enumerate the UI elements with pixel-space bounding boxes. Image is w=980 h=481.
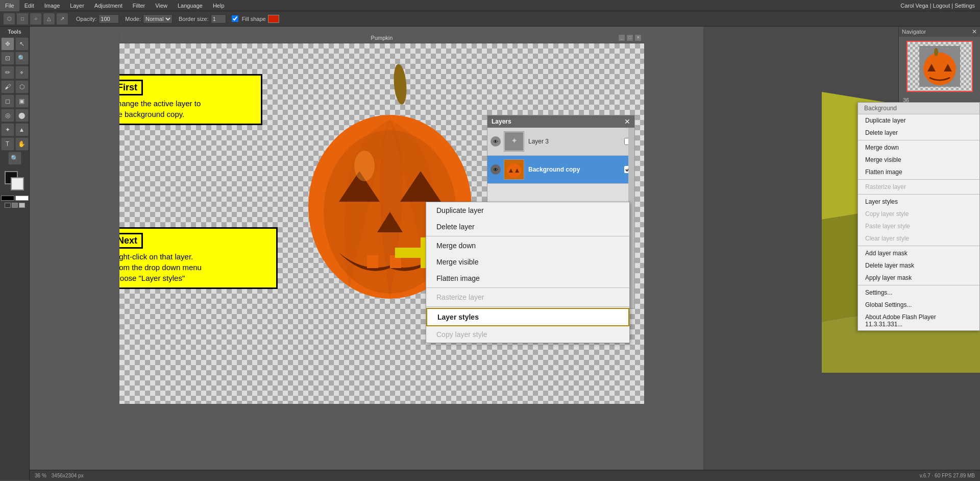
ctx-duplicate-layer[interactable]: Duplicate layer: [426, 202, 629, 219]
logout-link[interactable]: Logout: [933, 3, 950, 9]
menu-language[interactable]: Language: [173, 0, 208, 11]
layer-row-layer3[interactable]: 👁 ✦ Layer 3: [487, 128, 634, 156]
light-swatch[interactable]: [19, 203, 25, 208]
opacity-label: Opacity:: [76, 16, 96, 22]
fill-shape-checkbox[interactable]: [232, 15, 238, 22]
white-swatch[interactable]: [15, 196, 29, 201]
close-button[interactable]: ✕: [634, 34, 642, 41]
border-label: Border size:: [179, 16, 209, 22]
ctx-merge-visible[interactable]: Merge visible: [426, 254, 629, 270]
top-menubar: File Edit Image Layer Adjustment Filter …: [0, 0, 980, 11]
tool-text[interactable]: T: [1, 137, 14, 151]
ctx-right-apply-mask[interactable]: Apply layer mask: [858, 272, 979, 284]
tool-eyedrop[interactable]: ⌖: [15, 66, 29, 79]
ctx-right-add-mask[interactable]: Add layer mask: [858, 247, 979, 259]
background-color[interactable]: [11, 177, 24, 190]
ctx-layer-styles[interactable]: Layer styles: [426, 308, 629, 326]
tool-shape[interactable]: ▲: [15, 123, 29, 136]
menu-view[interactable]: View: [150, 0, 173, 11]
tool-path[interactable]: ✦: [1, 123, 14, 136]
svg-point-8: [354, 151, 375, 181]
toolbar-shape-icon[interactable]: △: [43, 13, 55, 25]
dark-swatch[interactable]: [5, 203, 11, 208]
toolbar-round-icon[interactable]: ○: [30, 13, 41, 25]
ctx-right-rasterize: Rasterize layer: [858, 181, 979, 193]
ctx-merge-down[interactable]: Merge down: [426, 237, 629, 254]
menu-adjustment[interactable]: Adjustment: [89, 0, 128, 11]
tool-fill[interactable]: ▣: [15, 94, 29, 108]
ctx-right-layer-styles[interactable]: Layer styles: [858, 196, 979, 208]
menu-filter[interactable]: Filter: [128, 0, 150, 11]
zoom-status: 36 %: [35, 473, 46, 478]
menu-image[interactable]: Image: [39, 0, 65, 11]
ctx-right-delete-layer[interactable]: Delete layer: [858, 127, 979, 139]
opacity-input[interactable]: [99, 14, 119, 23]
tool-blur[interactable]: ◎: [1, 109, 14, 122]
fps-info: v.6.7 · 60 FPS 27.89 MB: [920, 473, 975, 478]
ctx-right-global-settings[interactable]: Global Settings...: [858, 299, 979, 311]
tool-select[interactable]: ↖: [15, 37, 29, 51]
ctx-divider-2: [426, 287, 629, 288]
ctx-right-paste-style: Paste layer style: [858, 220, 979, 232]
toolbar-square-icon[interactable]: □: [17, 13, 28, 25]
tool-hand[interactable]: ✋: [15, 137, 29, 151]
tool-crop[interactable]: 🔍: [15, 52, 29, 65]
layer-row-bg-copy[interactable]: 👁 Background copy: [487, 156, 634, 184]
menu-layer[interactable]: Layer: [65, 0, 89, 11]
pumpkin-canvas: First Change the active layer tothe back…: [119, 43, 644, 404]
toolbar-arrow-icon[interactable]: ↗: [57, 13, 68, 25]
tool-pencil[interactable]: ✏: [1, 66, 14, 79]
mid-swatch[interactable]: [12, 203, 18, 208]
status-bar: 36 % 3456x2304 px v.6.7 · 60 FPS 27.89 M…: [30, 470, 980, 481]
border-input[interactable]: [211, 14, 226, 23]
minimize-button[interactable]: _: [618, 34, 625, 41]
tool-move[interactable]: ✥: [1, 37, 14, 51]
tool-stamp[interactable]: ⬡: [15, 80, 29, 93]
ctx-right-settings[interactable]: Settings...: [858, 286, 979, 299]
ctx-right-flatten-image[interactable]: Flatten image: [858, 166, 979, 178]
fill-color-swatch[interactable]: [268, 15, 279, 23]
menu-edit[interactable]: Edit: [19, 0, 39, 11]
menu-help[interactable]: Help: [208, 0, 230, 11]
navigator-close[interactable]: ✕: [972, 28, 977, 35]
tool-burn[interactable]: ⬤: [15, 109, 29, 122]
context-menu-main: Duplicate layer Delete layer Merge down …: [426, 202, 630, 343]
annotation-next: Next Right-click on that layer.From the …: [119, 227, 278, 289]
ctx-flatten-image[interactable]: Flatten image: [426, 270, 629, 286]
settings-link[interactable]: Settings: [954, 3, 975, 9]
ctx-right-div2: [858, 179, 979, 180]
ctx-rasterize-layer: Rasterize layer: [426, 289, 629, 305]
username: Carol Vega: [900, 3, 928, 9]
navigator-thumbnail[interactable]: [906, 41, 973, 92]
ctx-divider-1: [426, 236, 629, 236]
ctx-right-merge-down[interactable]: Merge down: [858, 141, 979, 154]
tool-lasso[interactable]: ⊡: [1, 52, 14, 65]
layers-panel-close[interactable]: ✕: [624, 117, 630, 126]
toolbar-tool-icon[interactable]: ⬡: [4, 13, 15, 25]
ctx-right-div3: [858, 194, 979, 195]
mode-select[interactable]: Normal: [143, 14, 173, 23]
layer3-eye[interactable]: 👁: [491, 136, 501, 147]
black-swatch[interactable]: [1, 196, 14, 201]
bgcopy-name: Background copy: [528, 166, 624, 173]
annotation-first: First Change the active layer tothe back…: [119, 74, 262, 125]
ctx-right-duplicate-layer[interactable]: Duplicate layer: [858, 114, 979, 127]
tool-brush[interactable]: 🖌: [1, 80, 14, 93]
ctx-right-merge-visible[interactable]: Merge visible: [858, 154, 979, 166]
ctx-right-about[interactable]: About Adobe Flash Player 11.3.31.331...: [858, 311, 979, 330]
menu-file[interactable]: File: [0, 0, 19, 11]
context-menu-right: Background Duplicate layer Delete layer …: [857, 102, 980, 331]
ctx-right-copy-style: Copy layer style: [858, 208, 979, 220]
tool-zoom[interactable]: 🔍: [8, 152, 21, 165]
maximize-button[interactable]: □: [626, 34, 633, 41]
annotation-first-text: Change the active layer tothe background…: [119, 98, 255, 119]
ctx-right-delete-mask[interactable]: Delete layer mask: [858, 259, 979, 272]
ctx-right-div4: [858, 246, 979, 246]
mode-label: Mode:: [125, 16, 141, 22]
bgcopy-eye[interactable]: 👁: [491, 164, 501, 175]
main-area: Pumpkin _ □ ✕ First Change the active la…: [30, 27, 703, 481]
layers-panel-title: Layers: [492, 118, 511, 125]
ctx-delete-layer[interactable]: Delete layer: [426, 219, 629, 235]
tool-eraser[interactable]: ◻: [1, 94, 14, 108]
svg-rect-6: [367, 255, 378, 268]
